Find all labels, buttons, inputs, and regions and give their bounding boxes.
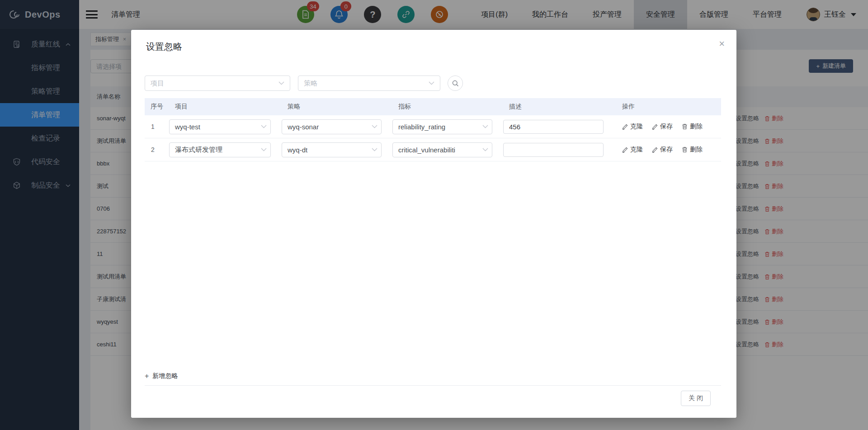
pencil-icon — [652, 147, 658, 153]
row-description-input[interactable] — [503, 120, 604, 134]
row-policy-select[interactable]: wyq-sonar — [282, 119, 382, 134]
save-link[interactable]: 保存 — [652, 146, 673, 154]
dialog-filters: 项目 策略 — [145, 76, 463, 91]
project-select[interactable]: 项目 — [145, 76, 290, 91]
plus-icon: + — [145, 372, 149, 380]
col-index: 序号 — [145, 103, 169, 111]
row-index: 2 — [145, 146, 169, 153]
col-actions: 操作 — [616, 103, 721, 111]
chevron-down-icon — [278, 81, 284, 85]
col-description: 描述 — [503, 103, 616, 111]
row-actions: 克隆 保存 删除 — [616, 123, 721, 131]
chevron-down-icon — [482, 148, 488, 151]
pencil-icon — [622, 124, 628, 130]
search-icon — [452, 80, 459, 87]
close-icon[interactable]: × — [719, 39, 725, 49]
ignore-table-header: 序号 项目 策略 指标 描述 操作 — [145, 98, 721, 115]
row-metric-select[interactable]: critical_vulnerabiliti — [392, 142, 492, 157]
dialog-title: 设置忽略 — [146, 41, 182, 53]
col-policy: 策略 — [282, 103, 392, 111]
ignore-row: 2 瀑布式研发管理 wyq-dt critical_vulnerabiliti … — [145, 138, 721, 161]
delete-link[interactable]: 删除 — [682, 146, 703, 154]
col-project: 项目 — [169, 103, 282, 111]
trash-icon — [682, 123, 688, 130]
chevron-down-icon — [482, 125, 488, 128]
col-metric: 指标 — [392, 103, 503, 111]
chevron-down-icon — [372, 148, 377, 151]
set-ignore-dialog: 设置忽略 × 项目 策略 序号 项目 策略 指标 描述 操作 — [131, 30, 736, 418]
trash-icon — [682, 146, 688, 153]
row-index: 1 — [145, 123, 169, 130]
save-link[interactable]: 保存 — [652, 123, 673, 131]
row-policy-select[interactable]: wyq-dt — [282, 142, 382, 157]
row-actions: 克隆 保存 删除 — [616, 146, 721, 154]
row-project-select[interactable]: 瀑布式研发管理 — [169, 142, 271, 157]
ignore-row: 1 wyq-test wyq-sonar reliability_rating … — [145, 115, 721, 138]
chevron-down-icon — [429, 81, 434, 85]
delete-link[interactable]: 删除 — [682, 123, 703, 131]
pencil-icon — [622, 147, 628, 153]
row-description-input[interactable] — [503, 143, 604, 157]
close-dialog-button[interactable]: 关 闭 — [681, 391, 711, 406]
clone-link[interactable]: 克隆 — [622, 123, 643, 131]
pencil-icon — [652, 124, 658, 130]
ignore-table: 序号 项目 策略 指标 描述 操作 1 wyq-test wyq-sonar r… — [145, 98, 721, 161]
chevron-down-icon — [261, 125, 267, 128]
policy-select[interactable]: 策略 — [298, 76, 440, 91]
add-ignore-button[interactable]: + 新增忽略 — [145, 372, 178, 380]
row-project-select[interactable]: wyq-test — [169, 119, 271, 134]
clone-link[interactable]: 克隆 — [622, 146, 643, 154]
footer-divider — [145, 385, 721, 386]
search-button[interactable] — [448, 76, 463, 91]
chevron-down-icon — [261, 148, 267, 151]
row-metric-select[interactable]: reliability_rating — [392, 119, 492, 134]
chevron-down-icon — [372, 125, 377, 128]
